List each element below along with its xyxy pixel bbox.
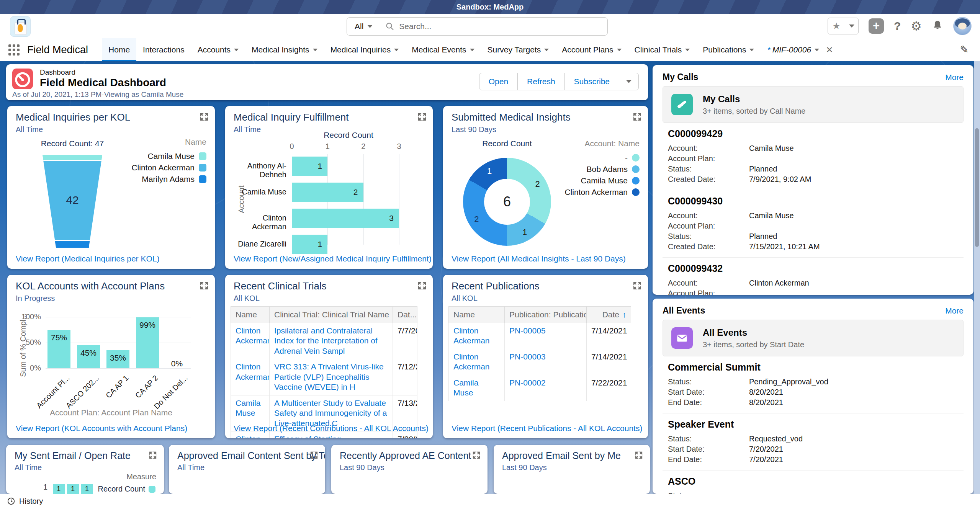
legend-item-clinton-ackerman[interactable]: Clinton Ackerman <box>131 162 206 173</box>
record-link[interactable]: C000099430 <box>668 196 964 207</box>
chevron-down-icon[interactable] <box>313 49 317 51</box>
funnel-segment-clinton-ackerman[interactable]: 42 <box>43 160 102 240</box>
expand-icon[interactable] <box>635 451 644 460</box>
expand-icon[interactable] <box>417 112 427 121</box>
cell-publication-publications-id[interactable]: PN-00002 <box>505 375 587 401</box>
tab-home[interactable]: Home <box>102 38 136 61</box>
expand-icon[interactable] <box>472 451 481 460</box>
cell-name[interactable]: Clinton Ackerman <box>231 323 270 359</box>
cell-name[interactable]: Clinton Ackerman <box>449 323 505 349</box>
view-report-link[interactable]: View Report (All Medical Insights - Last… <box>452 254 626 263</box>
expand-icon[interactable] <box>633 281 642 290</box>
help-icon[interactable]: ? <box>894 20 901 33</box>
column-header-clinical-trial-clinical-trial-name[interactable]: Clinical Trial: Clinical Trial Name <box>270 307 393 323</box>
column-header-name[interactable]: Name <box>449 307 505 323</box>
tab-medical-events[interactable]: Medical Events <box>405 38 481 61</box>
view-report-link[interactable]: View Report (Recent Publications - All K… <box>452 424 642 433</box>
view-report-link[interactable]: View Report (Medical Inquiries per KOL) <box>16 254 159 263</box>
legend-item-marilyn-adams[interactable]: Marilyn Adams <box>131 173 206 185</box>
view-report-link[interactable]: View Report (Recent Contributions - All … <box>234 424 429 433</box>
tab-publications[interactable]: Publications <box>696 38 761 61</box>
favorites-button[interactable]: ★ <box>828 18 859 34</box>
column-header-dat[interactable]: Dat... <box>393 307 417 323</box>
record-link[interactable]: C000099432 <box>668 263 964 274</box>
vertical-scrollbar[interactable] <box>974 61 980 494</box>
tab-account-plans[interactable]: Account Plans <box>555 38 628 61</box>
bar-anthony-al-dehneh[interactable] <box>292 157 327 176</box>
all-events-list-banner[interactable]: All Events 3+ items, sorted by Start Dat… <box>663 320 964 356</box>
cell-clinical-trial-clinical-trial-name[interactable]: VRC 313: A Trivalent Virus-like Particle… <box>270 359 393 395</box>
subscribe-button[interactable]: Subscribe <box>565 73 619 90</box>
cell-publication-publications-id[interactable]: PN-00003 <box>505 349 587 375</box>
tab-interactions[interactable]: Interactions <box>136 38 191 61</box>
cell-name[interactable]: Clinton Ackerman <box>231 359 270 395</box>
tab-clinical-trials[interactable]: Clinical Trials <box>628 38 697 61</box>
setup-gear-icon[interactable]: ⚙ <box>911 18 922 34</box>
record-link[interactable]: C000099429 <box>668 128 964 139</box>
view-report-link[interactable]: View Report (KOL Accounts with Account P… <box>16 424 187 433</box>
legend-item-clinton-ackerman[interactable]: Clinton Ackerman <box>564 186 640 198</box>
column-header-name[interactable]: Name <box>231 307 270 323</box>
expand-icon[interactable] <box>310 451 319 460</box>
tab-medical-insights[interactable]: Medical Insights <box>245 38 324 61</box>
bar-clinton-ackerman[interactable] <box>292 209 399 228</box>
legend-item-[interactable]: - <box>564 152 640 163</box>
bar-camila-muse[interactable] <box>292 183 363 202</box>
tab-survey-targets[interactable]: Survey Targets <box>481 38 556 61</box>
legend-item-camila-muse[interactable]: Camila Muse <box>131 150 206 162</box>
column-header-date[interactable]: Date↑ <box>587 307 631 323</box>
funnel-segment-camila-muse[interactable] <box>43 155 102 160</box>
more-link[interactable]: More <box>945 306 964 315</box>
history-utility-button[interactable]: History <box>19 497 43 506</box>
funnel-segment-marilyn-adams[interactable] <box>43 240 102 248</box>
notifications-bell-icon[interactable] <box>932 20 943 33</box>
open-button[interactable]: Open <box>479 73 518 90</box>
record-type-label: Dashboard <box>40 68 75 77</box>
user-avatar[interactable] <box>953 17 972 35</box>
chevron-down-icon[interactable] <box>394 49 399 51</box>
tab-medical-inquiries[interactable]: Medical Inquiries <box>324 38 406 61</box>
star-icon[interactable]: ★ <box>828 18 845 34</box>
bar-diane-zicarelli[interactable] <box>292 235 327 254</box>
search-scope-dropdown[interactable]: All <box>347 18 379 35</box>
cell-publication-publications-id[interactable]: PN-00005 <box>505 323 587 349</box>
app-logo[interactable] <box>10 16 31 37</box>
column-header-publication-publications-id[interactable]: Publication: Publications ID <box>505 307 587 323</box>
record-link[interactable]: ASCO <box>668 476 964 487</box>
more-link[interactable]: More <box>945 73 964 82</box>
view-report-link[interactable]: View Report (New/Assigned Medical Inquir… <box>234 254 432 263</box>
expand-icon[interactable] <box>200 281 209 290</box>
my-calls-list-banner[interactable]: My Calls 3+ items, sorted by Call Name <box>663 86 964 123</box>
chevron-down-icon[interactable] <box>470 49 474 51</box>
scrollbar-thumb[interactable] <box>975 128 979 247</box>
tab-accounts[interactable]: Accounts <box>191 38 245 61</box>
expand-icon[interactable] <box>149 451 158 460</box>
chevron-down-icon[interactable] <box>234 49 239 51</box>
chevron-down-icon[interactable] <box>617 49 622 51</box>
chevron-down-icon[interactable] <box>815 49 819 51</box>
expand-icon[interactable] <box>200 112 209 121</box>
favorites-caret[interactable] <box>845 18 858 34</box>
app-launcher-waffle-icon[interactable] <box>8 44 20 56</box>
record-link[interactable]: Commercial Summit <box>668 362 964 373</box>
tab-mif-00006[interactable]: *MIF-00006✕ <box>761 38 839 61</box>
search-input[interactable]: Search... <box>399 22 431 31</box>
legend-item-camila-muse[interactable]: Camila Muse <box>564 175 640 186</box>
legend-item-bob-adams[interactable]: Bob Adams <box>564 163 640 175</box>
global-search[interactable]: All Search... <box>347 17 608 36</box>
more-actions-caret[interactable] <box>619 73 638 90</box>
chevron-down-icon[interactable] <box>544 49 549 51</box>
chevron-down-icon[interactable] <box>749 49 754 51</box>
expand-icon[interactable] <box>633 112 642 121</box>
close-icon[interactable]: ✕ <box>826 45 833 55</box>
cell-name[interactable]: Clinton Ackerman <box>449 349 505 375</box>
funnel-chart[interactable]: 42 <box>43 155 102 248</box>
record-link[interactable]: Speaker Event <box>668 419 964 430</box>
global-actions-button[interactable]: + <box>869 18 884 34</box>
expand-icon[interactable] <box>417 281 427 290</box>
edit-pencil-icon[interactable]: ✎ <box>960 44 969 56</box>
refresh-button[interactable]: Refresh <box>518 73 565 90</box>
cell-clinical-trial-clinical-trial-name[interactable]: Ipsilateral and Contralateral Index for … <box>270 323 393 359</box>
cell-name[interactable]: Camila Muse <box>449 375 505 401</box>
chevron-down-icon[interactable] <box>685 49 690 51</box>
